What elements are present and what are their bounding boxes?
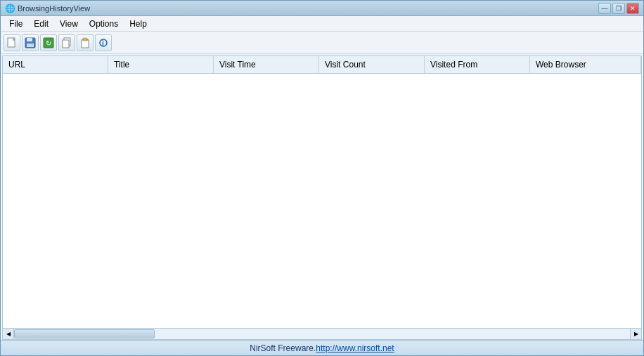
- toolbar-paste-button[interactable]: [77, 34, 94, 51]
- menu-help[interactable]: Help: [124, 18, 153, 30]
- scroll-thumb[interactable]: [14, 329, 155, 338]
- window-controls: — ❐ ✕: [598, 3, 639, 14]
- svg-rect-7: [63, 40, 69, 48]
- main-content-area: URL Title Visit Time Visit Count Visited…: [2, 55, 642, 340]
- col-header-visit-count[interactable]: Visit Count: [319, 56, 425, 73]
- toolbar-new-button[interactable]: [4, 34, 20, 51]
- menu-view[interactable]: View: [54, 18, 84, 30]
- scroll-right-button[interactable]: ▶: [630, 329, 641, 340]
- status-bar: NirSoft Freeware. http://www.nirsoft.net: [1, 340, 643, 355]
- paste-icon: [79, 37, 91, 48]
- col-header-visit-time[interactable]: Visit Time: [214, 56, 319, 73]
- restore-button[interactable]: ❐: [612, 3, 625, 14]
- horizontal-scrollbar[interactable]: ◀ ▶: [3, 328, 641, 339]
- svg-text:i: i: [102, 39, 104, 47]
- minimize-button[interactable]: —: [598, 3, 611, 14]
- status-link[interactable]: http://www.nirsoft.net: [316, 343, 394, 353]
- properties-icon: i: [98, 37, 109, 48]
- title-bar: 🌐 BrowsingHistoryView — ❐ ✕: [1, 1, 643, 16]
- col-header-url[interactable]: URL: [3, 56, 108, 73]
- col-header-title[interactable]: Title: [108, 56, 214, 73]
- window-title: BrowsingHistoryView: [18, 4, 595, 13]
- copy-icon: [61, 37, 72, 48]
- svg-rect-9: [82, 40, 89, 48]
- col-header-visited-from[interactable]: Visited From: [425, 56, 530, 73]
- table-header: URL Title Visit Time Visit Count Visited…: [3, 56, 641, 74]
- svg-rect-2: [27, 38, 32, 41]
- main-window: 🌐 BrowsingHistoryView — ❐ ✕ File Edit Vi…: [0, 0, 644, 356]
- refresh-icon: ↻: [43, 37, 54, 48]
- toolbar: ↻ i: [1, 32, 643, 54]
- menu-edit[interactable]: Edit: [28, 18, 54, 30]
- scroll-left-button[interactable]: ◀: [3, 329, 14, 340]
- svg-rect-3: [27, 44, 34, 47]
- svg-text:↻: ↻: [46, 39, 51, 47]
- app-icon: 🌐: [5, 4, 15, 13]
- menu-bar: File Edit View Options Help: [1, 16, 643, 32]
- table-body[interactable]: [3, 74, 641, 328]
- scroll-track[interactable]: [14, 329, 630, 340]
- col-header-web-browser[interactable]: Web Browser: [530, 56, 641, 73]
- toolbar-copy-button[interactable]: [58, 34, 75, 51]
- toolbar-refresh-button[interactable]: ↻: [40, 34, 57, 51]
- status-text: NirSoft Freeware.: [250, 343, 316, 353]
- menu-options[interactable]: Options: [84, 18, 124, 30]
- svg-rect-10: [83, 38, 87, 41]
- toolbar-save-button[interactable]: [22, 34, 39, 51]
- close-button[interactable]: ✕: [626, 3, 639, 14]
- save-icon: [25, 37, 36, 48]
- menu-file[interactable]: File: [4, 18, 28, 30]
- toolbar-properties-button[interactable]: i: [95, 34, 112, 51]
- new-doc-icon: [6, 37, 18, 48]
